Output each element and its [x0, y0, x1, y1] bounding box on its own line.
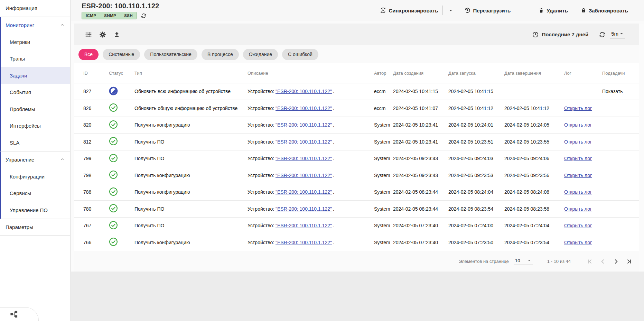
task-started: 2024-02-05 09:24:03 — [448, 150, 504, 167]
device-link[interactable]: "ESR-200: 100.110.1.122" — [276, 156, 332, 161]
open-log-link[interactable]: Открыть лог — [564, 223, 592, 228]
sync-button[interactable]: Синхронизировать — [380, 7, 438, 14]
device-link[interactable]: "ESR-200: 100.110.1.122" — [276, 206, 332, 212]
description-suffix: . — [333, 122, 334, 128]
header-gap — [71, 21, 644, 24]
sidebar-group-management-header[interactable]: Управление — [1, 152, 70, 168]
sidebar-item-metrics[interactable]: Метрики — [1, 34, 70, 51]
device-link[interactable]: "ESR-200: 100.110.1.122" — [276, 189, 332, 195]
device-link[interactable]: "ESR-200: 100.110.1.122" — [276, 122, 332, 128]
sidebar-item-tasks[interactable]: Задачи — [1, 67, 70, 84]
sidebar-item-problems[interactable]: Проблемы — [1, 101, 70, 118]
open-log-link[interactable]: Открыть лог — [564, 206, 592, 212]
filter-chip-system[interactable]: Системные — [103, 49, 140, 60]
task-author: System — [374, 150, 393, 167]
sync-dropdown-button[interactable] — [447, 7, 454, 14]
time-range-button[interactable]: Последние 7 дней — [532, 31, 588, 38]
sidebar-group-monitoring-header[interactable]: Мониторинг — [1, 17, 70, 34]
sidebar-item-interfaces[interactable]: Интерфейсы — [1, 118, 70, 135]
device-link[interactable]: "ESR-200: 100.110.1.122" — [276, 106, 332, 111]
task-type: Получить конфигурацию — [134, 234, 248, 251]
pagination-prev-button[interactable] — [599, 258, 607, 265]
status-success-icon — [109, 187, 118, 196]
pagination-last-button[interactable] — [625, 258, 633, 265]
task-finished: 2024-02-05 07:24:04 — [504, 217, 564, 234]
status-success-icon — [109, 103, 118, 112]
description-prefix: Устройство: — [248, 122, 274, 128]
main-content: ESR-200: 100.110.1.122 ICMP SNMP SSH — [71, 0, 644, 321]
task-created: 2024-02-05 08:23:44 — [393, 201, 448, 218]
tune-icon[interactable] — [85, 31, 92, 38]
open-log-link[interactable]: Открыть лог — [564, 173, 592, 178]
refresh-status-button[interactable] — [141, 13, 147, 19]
task-author: System — [374, 184, 393, 201]
filter-chip-in-progress[interactable]: В процессе — [202, 49, 239, 60]
filter-chip-error[interactable]: С ошибкой — [282, 49, 318, 60]
delete-button[interactable]: Удалить — [538, 7, 568, 13]
sync-label: Синхронизировать — [389, 8, 438, 13]
open-log-link[interactable]: Открыть лог — [564, 139, 592, 145]
reload-button[interactable]: Перезагрузить — [464, 7, 511, 14]
sidebar-item-services[interactable]: Сервисы — [1, 185, 70, 202]
col-id: ID — [74, 63, 106, 83]
sidebar-item-sla[interactable]: SLA — [1, 134, 70, 151]
sidebar-group-monitoring-label: Мониторинг — [6, 22, 34, 28]
task-started: 2024-02-05 07:23:50 — [448, 234, 504, 251]
description-prefix: Устройство: — [248, 173, 274, 178]
divider — [442, 6, 443, 15]
description-prefix: Устройство: — [248, 189, 274, 195]
description-prefix: Устройство: — [248, 240, 274, 245]
caret-down-icon — [526, 258, 532, 263]
pagination-next-button[interactable] — [612, 258, 620, 265]
device-link[interactable]: "ESR-200: 100.110.1.122" — [276, 173, 332, 178]
task-id: 766 — [74, 234, 106, 251]
table-row: 799 Получить ПО Устройство: "ESR-200: 10… — [74, 150, 639, 167]
sidebar-item-information[interactable]: Информация — [0, 0, 70, 17]
col-created: Дата создания — [393, 63, 448, 83]
interval-select[interactable]: 5m — [610, 30, 625, 38]
sidebar-group-management-label: Управление — [6, 157, 34, 163]
open-log-link[interactable]: Открыть лог — [564, 156, 592, 161]
caret-down-icon — [618, 30, 625, 37]
task-finished: 2024-02-05 08:24:08 — [504, 184, 564, 201]
status-success-icon — [109, 154, 118, 163]
filter-chip-waiting[interactable]: Ожидание — [243, 49, 278, 60]
device-link[interactable]: "ESR-200: 100.110.1.122" — [276, 89, 332, 94]
task-started: 2024-02-05 10:41:12 — [448, 100, 504, 117]
table-footer: Элементов на странице 10 1 - 10 из 44 — [74, 251, 639, 272]
sidebar-item-software-management[interactable]: Управление ПО — [1, 202, 70, 219]
description-suffix: . — [333, 206, 334, 212]
open-log-link[interactable]: Открыть лог — [564, 240, 592, 245]
table-row: 812 Получить ПО Устройство: "ESR-200: 10… — [74, 134, 639, 150]
task-finished: 2024-02-05 08:23:58 — [504, 201, 564, 218]
show-subtasks-button[interactable]: Показать — [602, 89, 623, 94]
filter-chip-user[interactable]: Пользовательские — [144, 49, 197, 60]
open-log-link[interactable]: Открыть лог — [564, 122, 592, 128]
col-finished: Дата завершения — [504, 63, 564, 83]
pagination-first-button[interactable] — [586, 258, 594, 265]
filter-chip-all[interactable]: Все — [78, 49, 99, 60]
device-link[interactable]: "ESR-200: 100.110.1.122" — [276, 139, 332, 145]
open-log-link[interactable]: Открыть лог — [564, 106, 592, 111]
device-link[interactable]: "ESR-200: 100.110.1.122" — [276, 223, 332, 228]
tasks-card: Все Системные Пользовательские В процесс… — [74, 45, 639, 272]
reload-icon — [464, 7, 471, 14]
sidebar-item-traps[interactable]: Трапы — [1, 51, 70, 67]
device-link[interactable]: "ESR-200: 100.110.1.122" — [276, 240, 332, 245]
sidebar-item-events[interactable]: События — [1, 84, 70, 101]
col-type: Тип — [134, 63, 248, 83]
clock-icon — [532, 31, 539, 38]
topology-corner-button[interactable] — [0, 307, 39, 321]
task-author: eccm — [374, 83, 393, 100]
sidebar-item-configurations[interactable]: Конфигурации — [1, 168, 70, 185]
sidebar-item-parameters[interactable]: Параметры — [0, 219, 70, 236]
auto-refresh-button[interactable] — [599, 31, 606, 38]
page-size-select[interactable]: 10 — [514, 258, 533, 265]
status-success-icon — [109, 137, 118, 146]
upload-icon[interactable] — [113, 31, 121, 38]
task-author: System — [374, 117, 393, 134]
table-row: 766 Получить конфигурацию Устройство: "E… — [74, 234, 639, 251]
lock-button[interactable]: Заблокировать — [580, 7, 628, 13]
gear-icon[interactable] — [99, 31, 106, 38]
open-log-link[interactable]: Открыть лог — [564, 189, 592, 195]
